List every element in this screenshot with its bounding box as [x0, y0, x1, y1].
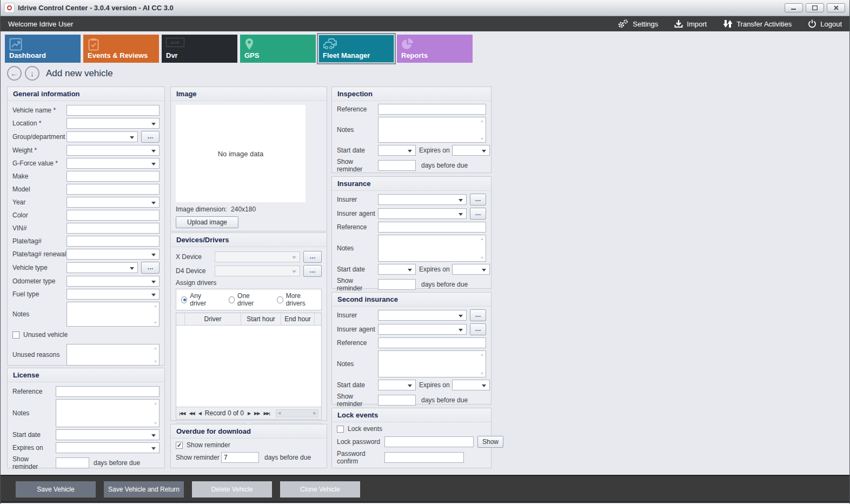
delete-vehicle-button[interactable]: Delete Vehicle	[192, 481, 272, 498]
insurer-agent-browse-button[interactable]: ...	[470, 208, 486, 220]
x-device-dropdown[interactable]	[215, 251, 300, 262]
color-input[interactable]	[67, 210, 160, 221]
page-header: ← ↓ Add new vehicle	[7, 66, 113, 81]
insurance-reference-input[interactable]	[378, 222, 486, 233]
lock-events-checkbox[interactable]	[337, 426, 344, 433]
welcome-bar: Welcome Idrive User Settings	[1, 16, 849, 31]
overdue-reminder-input[interactable]	[221, 452, 259, 463]
scroll-down-icon: ▼	[480, 137, 484, 141]
license-reference-input[interactable]	[56, 386, 160, 397]
logout-button[interactable]: Logout	[808, 19, 842, 28]
odometer-type-dropdown[interactable]	[67, 276, 160, 287]
x-device-browse-button[interactable]: ...	[303, 251, 322, 263]
scroll-left-icon: ◀	[278, 411, 281, 415]
group-department-browse-button[interactable]: ...	[141, 131, 160, 143]
inspection-expires-on-dropdown[interactable]	[452, 145, 490, 156]
clone-vehicle-button[interactable]: Clone Vehicle	[280, 481, 360, 498]
inspection-reminder-input[interactable]	[378, 160, 416, 171]
plate-tag-input[interactable]	[67, 236, 160, 247]
tab-gps[interactable]: GPS	[240, 35, 316, 63]
d4-device-dropdown[interactable]	[215, 266, 300, 276]
collapse-button[interactable]: ↓	[25, 66, 39, 81]
insurer-browse-button[interactable]: ...	[470, 194, 486, 205]
second-insurance-expires-on-dropdown[interactable]	[452, 380, 490, 390]
second-insurance-reference-input[interactable]	[378, 337, 486, 348]
insurance-start-date-dropdown[interactable]	[378, 264, 416, 275]
vehicles-icon	[323, 38, 339, 52]
unused-vehicle-checkbox[interactable]	[12, 331, 19, 339]
import-button[interactable]: Import	[674, 19, 707, 28]
insurance-expires-on-dropdown[interactable]	[452, 264, 490, 275]
tab-dvr[interactable]: DVR Dvr	[162, 35, 237, 63]
horizontal-scrollbar[interactable]: ◀▶	[276, 409, 318, 417]
upload-image-button[interactable]: Upload image	[176, 216, 238, 228]
save-vehicle-button[interactable]: Save Vehicle	[16, 481, 96, 498]
save-vehicle-and-return-button[interactable]: Save Vehicle and Return	[104, 481, 184, 498]
vehicle-name-input[interactable]	[67, 105, 160, 116]
license-expires-on-dropdown[interactable]	[56, 442, 160, 453]
radio-one-driver[interactable]: One driver	[229, 292, 263, 307]
second-insurance-start-date-dropdown[interactable]	[378, 380, 416, 390]
license-notes-textarea[interactable]: ▲▼	[56, 399, 160, 427]
vehicle-type-dropdown[interactable]	[67, 262, 138, 273]
second-insurance-notes-textarea[interactable]: ▲▼	[378, 350, 486, 377]
location-dropdown[interactable]	[67, 118, 160, 129]
arrow-down-icon: ↓	[30, 69, 35, 78]
prev-page-icon[interactable]: ◀◀	[189, 411, 194, 416]
tab-reports[interactable]: Reports	[397, 35, 473, 63]
second-insurance-reminder-input[interactable]	[378, 395, 416, 406]
minimize-button[interactable]	[785, 3, 803, 12]
vehicle-type-browse-button[interactable]: ...	[141, 262, 160, 274]
license-start-date-dropdown[interactable]	[56, 429, 160, 440]
radio-any-driver[interactable]: Any driver	[181, 292, 215, 307]
second-insurer-browse-button[interactable]: ...	[470, 309, 486, 321]
license-reminder-input[interactable]	[56, 457, 89, 468]
next-page-icon[interactable]: ▶▶	[254, 411, 260, 416]
close-button[interactable]	[827, 3, 845, 12]
page-title: Add new vehicle	[46, 68, 113, 79]
first-record-icon[interactable]: |◀◀	[179, 411, 185, 416]
inspection-reference-input[interactable]	[378, 104, 486, 115]
insurer-agent-dropdown[interactable]	[378, 208, 467, 219]
password-confirm-input[interactable]	[384, 452, 464, 463]
gforce-value-dropdown[interactable]	[67, 158, 160, 169]
year-dropdown[interactable]	[67, 197, 160, 208]
next-record-icon[interactable]: ▶	[248, 411, 250, 416]
unused-reasons-textarea[interactable]: ▲▼	[67, 344, 160, 366]
general-information-panel: General information Vehicle name * Locat…	[7, 87, 165, 366]
fuel-type-dropdown[interactable]	[67, 289, 160, 300]
make-input[interactable]	[67, 171, 160, 182]
back-button[interactable]: ←	[7, 66, 22, 81]
group-department-dropdown[interactable]	[67, 131, 138, 142]
radio-more-drivers[interactable]: More drivers	[277, 292, 316, 307]
power-icon	[808, 19, 816, 28]
settings-button[interactable]: Settings	[617, 19, 658, 29]
d4-device-browse-button[interactable]: ...	[303, 265, 322, 277]
tab-events-reviews[interactable]: Events & Reviews	[83, 35, 159, 63]
maximize-button[interactable]	[806, 3, 824, 12]
inspection-start-date-dropdown[interactable]	[378, 145, 416, 156]
inspection-notes-textarea[interactable]: ▲▼	[378, 117, 486, 143]
prev-record-icon[interactable]: ◀	[198, 411, 201, 416]
show-reminder-checkbox[interactable]: ✓	[176, 442, 183, 449]
insurance-reminder-input[interactable]	[378, 279, 416, 290]
panel-title: General information	[8, 87, 164, 101]
vin-input[interactable]	[67, 223, 160, 234]
show-password-button[interactable]: Show	[477, 436, 503, 448]
title-bar: Idrive Control Center - 3.0.4 version - …	[1, 0, 849, 16]
weight-dropdown[interactable]	[67, 145, 160, 156]
last-record-icon[interactable]: ▶▶|	[263, 411, 269, 416]
lock-password-input[interactable]	[384, 436, 474, 447]
insurance-notes-textarea[interactable]: ▲▼	[378, 235, 486, 262]
tab-dashboard[interactable]: Dashboard	[5, 35, 81, 63]
tab-fleet-manager[interactable]: Fleet Manager	[318, 35, 394, 63]
second-insurer-dropdown[interactable]	[378, 310, 467, 321]
plate-tag-renewal-dropdown[interactable]	[67, 249, 160, 260]
second-insurer-agent-browse-button[interactable]: ...	[470, 323, 486, 335]
model-input[interactable]	[67, 184, 160, 195]
top-actions: Settings Import Transfer Activities	[617, 19, 842, 29]
second-insurer-agent-dropdown[interactable]	[378, 324, 467, 335]
insurer-dropdown[interactable]	[378, 194, 467, 205]
general-notes-textarea[interactable]: ▲▼	[67, 302, 160, 327]
transfer-activities-button[interactable]: Transfer Activities	[723, 19, 792, 28]
